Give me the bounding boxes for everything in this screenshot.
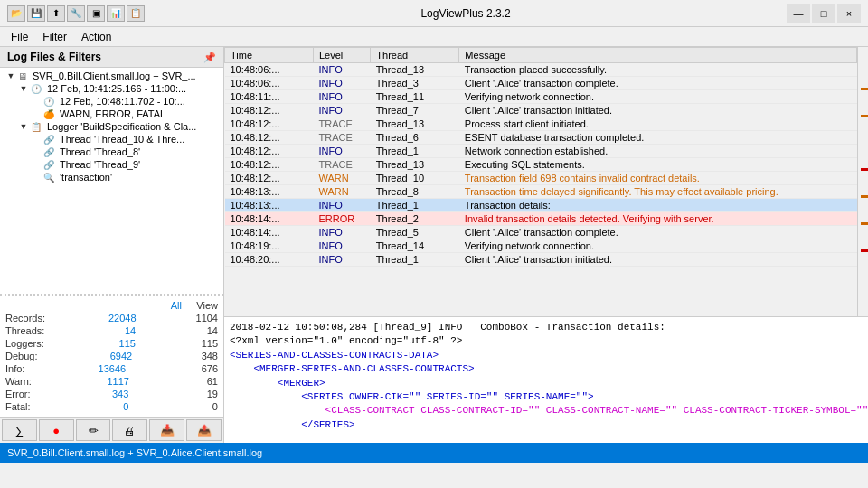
table-row[interactable]: 10:48:12:... INFO Thread_1 Network conne… (225, 145, 857, 158)
table-row[interactable]: 10:48:12:... INFO Thread_7 Client '.Alic… (225, 104, 857, 117)
tree-item[interactable]: 🔗Thread 'Thread_10 & Thre... (0, 133, 223, 145)
app-icon-1[interactable]: 📂 (7, 5, 25, 22)
tree-expand-icon[interactable]: ▼ (19, 84, 28, 93)
close-button[interactable]: × (837, 4, 861, 23)
table-row[interactable]: 10:48:12:... TRACE Thread_13 Process sta… (225, 117, 857, 131)
app-icon-6[interactable]: 📊 (107, 5, 125, 22)
log-table-wrapper[interactable]: Time Level Thread Message 10:48:06:... I… (224, 47, 857, 316)
table-row[interactable]: 10:48:06:... INFO Thread_3 Client '.Alic… (225, 77, 857, 90)
cell-level: INFO (314, 253, 371, 267)
title-bar: 📂 💾 ⬆ 🔧 ▣ 📊 📋 LogViewPlus 2.3.2 — □ × (0, 0, 868, 27)
action-edit[interactable]: ✏ (76, 419, 111, 441)
table-row[interactable]: 10:48:12:... TRACE Thread_13 Executing S… (225, 158, 857, 172)
tree-expand-icon[interactable]: ▼ (19, 122, 28, 131)
app-icon-2[interactable]: 💾 (27, 5, 45, 22)
tree-item[interactable]: ▼🕐12 Feb, 10:41:25.166 - 11:00:... (0, 82, 223, 95)
cell-message: Transaction details: (459, 199, 857, 212)
stat-row: Error: 343 19 (4, 388, 220, 400)
table-row[interactable]: 10:48:13:... INFO Thread_1 Transaction d… (225, 199, 857, 212)
cell-time: 10:48:12:... (225, 172, 314, 185)
tree-node-label: Thread 'Thread_9' (60, 159, 140, 170)
cell-time: 10:48:12:... (225, 117, 314, 131)
tree-item[interactable]: 🕐12 Feb, 10:48:11.702 - 10:... (0, 95, 223, 108)
stat-header-all: All (137, 300, 182, 311)
stat-row: Debug: 6942 348 (4, 350, 220, 362)
cell-time: 10:48:14:... (225, 226, 314, 239)
cell-level: INFO (314, 239, 371, 253)
stat-view-value: 61 (182, 376, 218, 387)
app-icon-5[interactable]: ▣ (87, 5, 105, 22)
cell-level: TRACE (314, 131, 371, 145)
cell-message: Client '.Alice' transaction complete. (459, 77, 857, 90)
cell-thread: Thread_5 (371, 226, 459, 239)
stat-label: Warn: (5, 376, 32, 387)
menu-file[interactable]: File (4, 29, 35, 45)
cell-thread: Thread_10 (371, 172, 459, 185)
tree-expand-icon[interactable]: ▼ (6, 71, 15, 80)
cell-message: ESENT database transaction completed. (459, 131, 857, 145)
tree-item[interactable]: 🔍'transaction' (0, 171, 223, 183)
action-sum[interactable]: ∑ (2, 419, 37, 441)
col-header-thread: Thread (371, 48, 459, 63)
tree-item[interactable]: ▼📋Logger 'BuildSpecification & Cla... (0, 120, 223, 133)
app-title: LogViewPlus 2.3.2 (420, 7, 510, 20)
col-header-time: Time (225, 48, 314, 63)
right-panel: Time Level Thread Message 10:48:06:... I… (224, 47, 868, 443)
detail-line: 2018-02-12 10:50:08,284 [Thread_9] INFO … (230, 321, 863, 334)
cell-time: 10:48:12:... (225, 104, 314, 117)
table-row[interactable]: 10:48:06:... INFO Thread_13 Transaction … (225, 63, 857, 77)
tree-item[interactable]: 🔗Thread 'Thread_8' (0, 145, 223, 158)
stat-label: Records: (5, 313, 45, 324)
cell-message: Process start client initiated. (459, 117, 857, 131)
cell-level: INFO (314, 104, 371, 117)
action-red[interactable]: ● (39, 419, 74, 441)
cell-level: INFO (314, 145, 371, 158)
tree-node-label: 'transaction' (60, 172, 112, 183)
tree-node-label: SVR_0.Bill.Client.small.log + SVR_... (33, 70, 196, 81)
cell-thread: Thread_3 (371, 77, 459, 90)
stat-all-value: 1117 (84, 376, 129, 387)
cell-message: Transaction placed successfully. (459, 63, 857, 77)
detail-line: <SERIES-AND-CLASSES-CONTRACTS-DATA> (230, 349, 863, 362)
stat-row: Info: 13646 676 (4, 362, 220, 375)
cell-thread: Thread_11 (371, 90, 459, 104)
cell-message: Client '.Alice' transaction complete. (459, 226, 857, 239)
table-row[interactable]: 10:48:12:... TRACE Thread_6 ESENT databa… (225, 131, 857, 145)
action-import[interactable]: 📥 (149, 419, 184, 441)
action-export[interactable]: 📤 (186, 419, 222, 441)
maximize-button[interactable]: □ (812, 4, 835, 23)
stat-view-value: 14 (182, 325, 218, 336)
app-icon-4[interactable]: 🔧 (67, 5, 85, 22)
menubar: File Filter Action (0, 27, 868, 47)
table-row[interactable]: 10:48:14:... INFO Thread_5 Client '.Alic… (225, 226, 857, 239)
menu-action[interactable]: Action (74, 29, 118, 45)
app-icon-7[interactable]: 📋 (127, 5, 145, 22)
table-row[interactable]: 10:48:20:... INFO Thread_1 Client '.Alic… (225, 253, 857, 267)
table-row[interactable]: 10:48:11:... INFO Thread_11 Verifying ne… (225, 90, 857, 104)
table-row[interactable]: 10:48:12:... WARN Thread_10 Transaction … (225, 172, 857, 185)
cell-message: Transaction time delayed significantly. … (459, 185, 857, 199)
cell-level: INFO (314, 226, 371, 239)
tree-item[interactable]: 🍊WARN, ERROR, FATAL (0, 108, 223, 120)
cell-time: 10:48:12:... (225, 145, 314, 158)
table-row[interactable]: 10:48:13:... WARN Thread_8 Transaction t… (225, 185, 857, 199)
menu-filter[interactable]: Filter (35, 29, 74, 45)
tree-node-icon: 📋 (31, 122, 42, 132)
minimize-button[interactable]: — (787, 4, 810, 23)
stat-label: Error: (5, 389, 31, 399)
table-row[interactable]: 10:48:14:... ERROR Thread_2 Invalid tran… (225, 212, 857, 226)
tree-node-label: 12 Feb, 10:41:25.166 - 11:00:... (47, 83, 186, 94)
sidebar-header: Log Files & Filters 📌 (0, 47, 223, 68)
stat-label: Debug: (5, 351, 37, 361)
cell-thread: Thread_13 (371, 158, 459, 172)
action-print[interactable]: 🖨 (112, 419, 147, 441)
table-row[interactable]: 10:48:19:... INFO Thread_14 Verifying ne… (225, 239, 857, 253)
stat-view-value: 348 (182, 351, 218, 361)
cell-time: 10:48:13:... (225, 199, 314, 212)
strip-warn-4 (861, 222, 868, 225)
pin-icon[interactable]: 📌 (203, 52, 216, 63)
tree-item[interactable]: ▼🖥SVR_0.Bill.Client.small.log + SVR_... (0, 70, 223, 82)
tree-item[interactable]: 🔗Thread 'Thread_9' (0, 158, 223, 171)
app-icon-3[interactable]: ⬆ (47, 5, 65, 22)
detail-line: <?xml version="1.0" encoding="utf-8" ?> (230, 334, 863, 348)
